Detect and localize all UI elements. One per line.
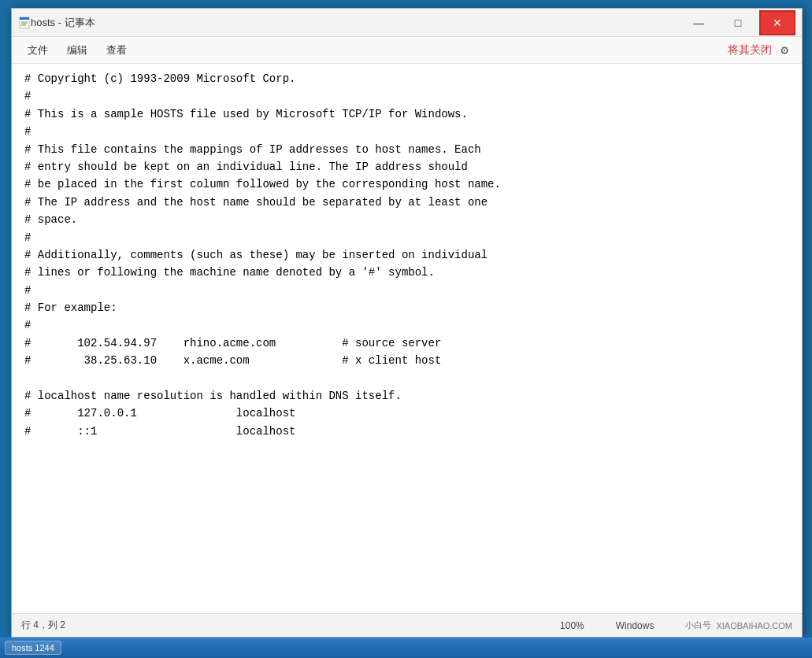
menu-view[interactable]: 查看 (97, 40, 136, 61)
menu-bar-right: 将其关闭 ⚙ (728, 43, 792, 58)
taskbar: hosts 1244 (0, 638, 812, 658)
editor-area[interactable]: # Copyright (c) 1993-2009 Microsoft Corp… (12, 64, 802, 613)
gear-icon[interactable]: ⚙ (777, 43, 792, 58)
watermark-en-label: XIAOBAIHAO.COM (716, 621, 792, 630)
maximize-button[interactable]: □ (720, 10, 756, 35)
title-bar-controls: — □ ✕ (680, 10, 795, 35)
watermark-cn-label: 小白号 (685, 619, 711, 631)
menu-edit[interactable]: 编辑 (57, 40, 97, 61)
notepad-icon (18, 17, 31, 29)
close-button[interactable]: ✕ (759, 10, 795, 35)
menu-file[interactable]: 文件 (18, 40, 57, 61)
editor-content[interactable]: # Copyright (c) 1993-2009 Microsoft Corp… (24, 70, 789, 440)
status-bar: 行 4，列 2 100% Windows 小白号 XIAOBAIHAO.COM (12, 613, 802, 637)
cursor-position: 行 4，列 2 (21, 619, 554, 632)
notepad-window: hosts - 记事本 — □ ✕ 文件 编辑 查看 将其关闭 ⚙ # Copy… (11, 8, 803, 638)
encoding: Windows (616, 620, 654, 631)
window-title: hosts - 记事本 (31, 16, 680, 30)
minimize-button[interactable]: — (680, 10, 717, 35)
taskbar-item[interactable]: hosts 1244 (5, 641, 61, 655)
zoom-level: 100% (560, 620, 584, 631)
title-bar: hosts - 记事本 — □ ✕ (12, 9, 802, 37)
status-bar-right: 100% Windows 小白号 XIAOBAIHAO.COM (560, 619, 792, 631)
menu-bar: 文件 编辑 查看 将其关闭 ⚙ (12, 37, 802, 64)
status-watermark: 小白号 XIAOBAIHAO.COM (685, 619, 792, 631)
close-hint-text: 将其关闭 (728, 43, 772, 57)
svg-rect-1 (20, 17, 29, 20)
